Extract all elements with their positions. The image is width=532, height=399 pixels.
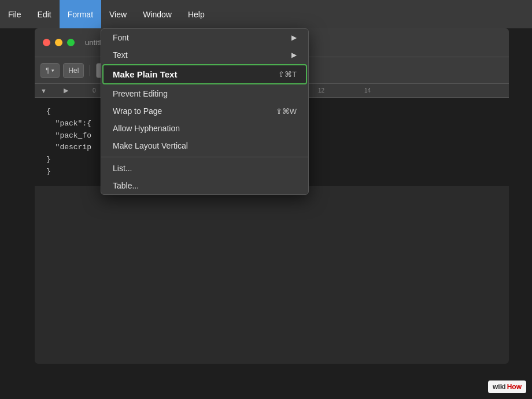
format-dropdown-menu: Font ▶ Text ▶ Make Plain Text ⇧⌘T Preven… (101, 28, 309, 195)
paragraph-icon: ¶ (46, 66, 49, 75)
window-close-button[interactable] (43, 39, 50, 46)
menu-item-prevent-editing[interactable]: Prevent Editing (101, 85, 308, 102)
menu-item-allow-hyphenation-label: Allow Hyphenation (113, 124, 180, 133)
ruler-marker-0: 0 (93, 87, 96, 94)
wikihow-wiki: wiki (493, 383, 506, 391)
menu-format[interactable]: Format (60, 0, 101, 28)
menubar: File Edit Format View Window Help (0, 0, 532, 28)
menu-item-wrap-shortcut: ⇧⌘W (276, 107, 297, 116)
menu-item-allow-hyphenation[interactable]: Allow Hyphenation (101, 120, 308, 137)
wikihow-badge: wiki How (488, 380, 526, 393)
menu-help[interactable]: Help (180, 0, 213, 28)
menu-item-text-label: Text (113, 50, 128, 60)
toolbar-separator-1 (90, 65, 90, 76)
menu-item-wrap-to-page[interactable]: Wrap to Page ⇧⌘W (101, 102, 308, 120)
menu-view[interactable]: View (101, 0, 135, 28)
ruler-arrow-indent: ▶ (64, 87, 68, 94)
menu-item-list-label: List... (113, 164, 132, 173)
wikihow-how: How (507, 383, 522, 391)
menu-item-make-plain-text-label: Make Plain Text (113, 69, 177, 79)
menu-item-table[interactable]: Table... (101, 177, 308, 194)
menu-window[interactable]: Window (135, 0, 180, 28)
window-maximize-button[interactable] (67, 39, 75, 46)
ruler-arrow-left: ▼ (40, 87, 47, 94)
menu-item-text-arrow: ▶ (291, 51, 297, 59)
menu-edit[interactable]: Edit (29, 0, 60, 28)
paragraph-button[interactable]: ¶ ▾ (40, 63, 60, 78)
menu-item-font[interactable]: Font ▶ (101, 29, 308, 46)
font-selector[interactable]: Hel (63, 63, 84, 78)
menu-item-font-label: Font (113, 33, 129, 42)
ruler-marker-14: 14 (364, 87, 371, 94)
menu-item-wrap-to-page-label: Wrap to Page (113, 106, 162, 116)
menu-item-text[interactable]: Text ▶ (101, 46, 308, 64)
menu-file[interactable]: File (0, 0, 29, 28)
menu-item-prevent-editing-label: Prevent Editing (113, 89, 168, 98)
menu-item-make-layout-vertical-label: Make Layout Vertical (113, 141, 188, 150)
menu-item-make-plain-text-shortcut: ⇧⌘T (278, 70, 297, 79)
menu-item-list[interactable]: List... (101, 160, 308, 177)
paragraph-dropdown-arrow: ▾ (51, 68, 54, 73)
menu-item-font-arrow: ▶ (291, 34, 297, 42)
menu-item-table-label: Table... (113, 181, 139, 190)
menu-divider (101, 157, 308, 157)
menu-item-make-layout-vertical[interactable]: Make Layout Vertical (101, 137, 308, 154)
menu-item-make-plain-text[interactable]: Make Plain Text ⇧⌘T (102, 64, 307, 84)
window-minimize-button[interactable] (55, 39, 62, 46)
ruler-marker-12: 12 (318, 87, 324, 94)
